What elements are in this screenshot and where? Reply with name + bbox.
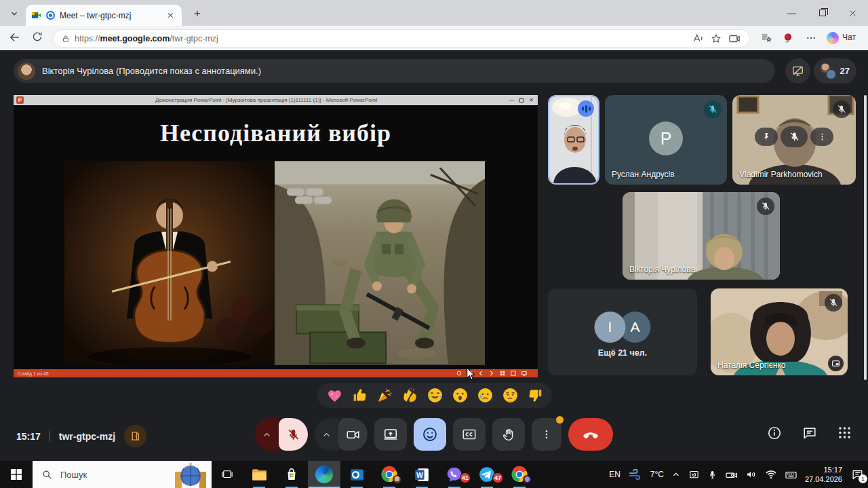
taskbar-app-telegram[interactable]: 47: [471, 461, 503, 488]
taskbar-app-viber[interactable]: 41: [438, 461, 471, 488]
mic-options-button[interactable]: [255, 418, 279, 451]
tab-close-button[interactable]: [164, 10, 176, 22]
refresh-button[interactable]: [31, 31, 46, 45]
annotation-board-off-icon: [791, 64, 804, 77]
volume-button[interactable]: [745, 468, 757, 481]
camera-toggle-button[interactable]: [338, 418, 368, 451]
reaction-astonished-button[interactable]: [451, 387, 469, 405]
tab-search-button[interactable]: [7, 6, 22, 21]
web-capture-button[interactable]: [728, 32, 741, 45]
reaction-thumbs-down-button[interactable]: [526, 387, 544, 405]
participant-tile-natalia[interactable]: Наталія Сергієнко: [711, 288, 848, 375]
scrollbar[interactable]: [864, 95, 867, 380]
meeting-details-button[interactable]: [767, 426, 782, 440]
start-button[interactable]: [0, 461, 33, 488]
favorite-star-button[interactable]: [709, 32, 723, 45]
taskbar-search-box[interactable]: Пошук: [33, 461, 212, 488]
taskbar-clock[interactable]: 15:17 27.04.2026: [805, 465, 842, 484]
read-aloud-button[interactable]: [691, 32, 705, 45]
language-indicator[interactable]: EN: [609, 470, 620, 479]
self-view-tile[interactable]: [548, 95, 599, 185]
taskbar-app-chrome-profile2[interactable]: [503, 461, 536, 488]
copilot-label[interactable]: Чат: [842, 33, 856, 42]
display-settings-icon[interactable]: [521, 371, 527, 376]
mic-mute-button[interactable]: [279, 418, 308, 451]
reaction-sparkling-heart-button[interactable]: [326, 387, 343, 405]
address-bar[interactable]: https://meet.google.com/twr-gtpc-mzj: [53, 29, 750, 48]
search-icon: [42, 470, 52, 480]
ppt-minimize-button[interactable]: —: [509, 98, 514, 103]
tablet-mode-button[interactable]: [688, 469, 700, 481]
reactions-toggle-button[interactable]: [414, 418, 446, 451]
reaction-thumbs-up-button[interactable]: [351, 387, 368, 405]
end-call-button[interactable]: [568, 418, 613, 451]
participant-tile-viktoria[interactable]: Вікторія Чурілова: [623, 192, 780, 280]
mic-muted-icon: [757, 198, 774, 215]
window-close-button[interactable]: [837, 0, 868, 26]
tile-more-options-button[interactable]: [810, 128, 833, 146]
overflow-participants-tile[interactable]: I A Ещё 21 чел.: [548, 288, 697, 375]
chat-panel-button[interactable]: [802, 426, 817, 440]
window-minimize-button[interactable]: —: [776, 0, 807, 26]
meeting-meta: 15:17 twr-gtpc-mzj: [16, 425, 146, 447]
tray-expand-button[interactable]: [671, 470, 681, 479]
reaction-tears-of-joy-button[interactable]: [426, 387, 443, 405]
weather-widget[interactable]: [628, 467, 643, 482]
task-view-button[interactable]: [212, 461, 243, 488]
camera-options-button[interactable]: [315, 418, 338, 451]
taskbar-app-outlook[interactable]: [340, 461, 373, 488]
system-tray: EN 7°C: [609, 461, 868, 488]
projector-button[interactable]: [725, 468, 738, 481]
new-tab-button[interactable]: +: [190, 6, 205, 21]
taskbar-app-file-explorer[interactable]: [243, 461, 275, 488]
collections-button[interactable]: [760, 31, 773, 45]
browser-tab[interactable]: Meet – twr-gtpc-mzj: [26, 5, 182, 26]
slide-grid-icon[interactable]: [500, 371, 505, 376]
taskbar-app-chrome-profile1[interactable]: [373, 461, 406, 488]
chat-icon: [802, 426, 817, 440]
zoom-slide-icon[interactable]: [511, 371, 516, 376]
previous-slide-icon[interactable]: [478, 371, 484, 376]
picture-in-picture-button[interactable]: [828, 356, 844, 371]
window-restore-button[interactable]: [807, 0, 837, 26]
action-center-button[interactable]: 1: [850, 467, 865, 482]
participant-tile-vladimir[interactable]: Vladimir Parkhomovich: [732, 95, 856, 185]
participants-count-button[interactable]: 27: [814, 58, 856, 83]
reaction-clapping-hands-button[interactable]: [401, 387, 418, 405]
reactions-bar: [317, 383, 552, 408]
touch-keyboard-button[interactable]: [785, 468, 797, 481]
shared-screen-presentation[interactable]: P Демонстрация PowerPoint - [Мурзоітова …: [14, 95, 538, 377]
more-options-button[interactable]: [532, 418, 561, 451]
meeting-time: 15:17: [16, 431, 41, 442]
next-slide-icon[interactable]: [489, 371, 494, 376]
search-highlight-art[interactable]: [170, 461, 212, 488]
raise-hand-button[interactable]: [492, 418, 525, 451]
annotation-toggle-button[interactable]: [785, 58, 810, 83]
activities-button[interactable]: [837, 426, 852, 440]
browser-settings-button[interactable]: [804, 31, 818, 45]
laser-pointer-icon[interactable]: [456, 371, 462, 376]
wifi-button[interactable]: [765, 468, 777, 481]
pin-icon: [762, 132, 771, 141]
captions-button[interactable]: [453, 418, 486, 451]
participant-tile-ruslan[interactable]: Р Руслан Андрусів: [605, 95, 727, 185]
reaction-party-popper-button[interactable]: [376, 387, 393, 405]
pin-button[interactable]: [755, 128, 778, 146]
meeting-room-door-button[interactable]: [124, 425, 146, 447]
taskbar-app-microsoft-store[interactable]: [275, 461, 308, 488]
ppt-restore-button[interactable]: [519, 98, 524, 102]
taskbar-app-edge-active[interactable]: [308, 461, 340, 488]
copilot-button[interactable]: [826, 31, 840, 45]
taskbar-app-word[interactable]: W: [406, 461, 438, 488]
browser-extension-button[interactable]: [781, 31, 795, 45]
temperature[interactable]: 7°C: [650, 470, 664, 479]
presenter-banner[interactable]: Вікторія Чурілова (Проводится показ с ан…: [14, 59, 775, 83]
present-screen-button[interactable]: [374, 418, 407, 451]
mute-participant-button[interactable]: [781, 126, 808, 147]
reaction-thinking-button[interactable]: [501, 387, 519, 405]
ppt-close-button[interactable]: ✕: [529, 98, 534, 103]
microsoft-store-icon: [283, 466, 300, 483]
reaction-crying-button[interactable]: [476, 387, 494, 405]
microphone-tray-button[interactable]: [707, 470, 717, 480]
back-button[interactable]: [8, 31, 23, 45]
